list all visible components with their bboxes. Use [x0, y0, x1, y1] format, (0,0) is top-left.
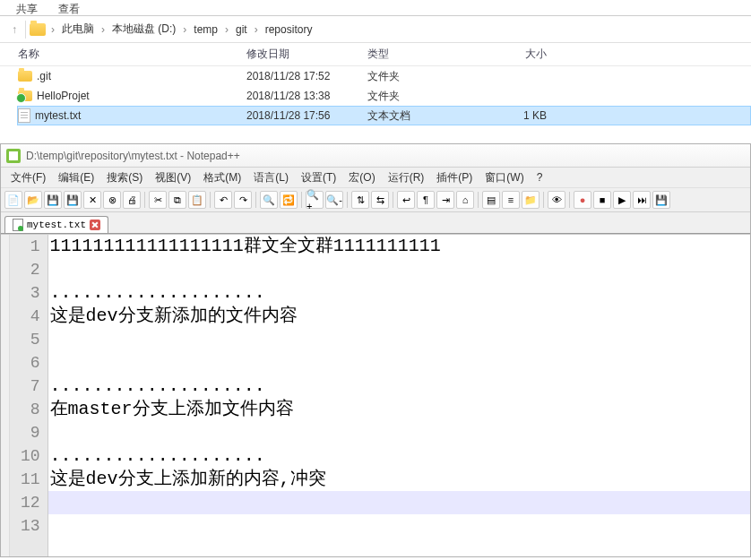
- code-line[interactable]: 111111111111111111群文全文群1111111111: [48, 235, 750, 258]
- line-number: 6: [21, 351, 40, 375]
- file-icon: [13, 219, 23, 231]
- line-number: 12: [21, 491, 40, 514]
- menu-item[interactable]: 文件(F): [4, 168, 52, 187]
- chevron-right-icon[interactable]: ›: [181, 23, 188, 36]
- sync-v-icon[interactable]: ⇅: [351, 191, 369, 209]
- code-line[interactable]: 这是dev分支新添加的文件内容: [48, 305, 750, 328]
- col-type[interactable]: 类型: [367, 47, 475, 62]
- line-number: 9: [21, 421, 40, 444]
- col-name[interactable]: 名称: [18, 47, 246, 62]
- nav-sep: [25, 21, 26, 39]
- close-tab-icon[interactable]: [90, 220, 100, 230]
- code-line[interactable]: [48, 421, 750, 444]
- breadcrumb-item[interactable]: git: [230, 20, 253, 39]
- copy-icon[interactable]: ⧉: [168, 191, 186, 209]
- save-macro-icon[interactable]: 💾: [652, 191, 670, 209]
- find-icon[interactable]: 🔍: [260, 191, 278, 209]
- menu-item[interactable]: 搜索(S): [100, 168, 149, 187]
- col-size[interactable]: 大小: [475, 47, 547, 62]
- chars-icon[interactable]: ¶: [417, 191, 435, 209]
- code-line[interactable]: 在master分支上添加文件内容: [48, 398, 750, 421]
- wrap-icon[interactable]: ↩: [397, 191, 415, 209]
- file-row[interactable]: .git2018/11/28 17:52文件夹: [18, 66, 751, 86]
- chevron-right-icon[interactable]: ›: [49, 23, 56, 36]
- line-gutter[interactable]: 12345678910111213: [10, 235, 48, 556]
- breadcrumb-item[interactable]: temp: [188, 20, 223, 39]
- menu-item[interactable]: ?: [531, 169, 549, 185]
- tab-bar: mytest.txt: [1, 212, 750, 234]
- close-all-icon[interactable]: ⊗: [103, 191, 121, 209]
- menu-item[interactable]: 语言(L): [247, 168, 295, 187]
- fold-margin[interactable]: [1, 235, 10, 556]
- file-tab[interactable]: mytest.txt: [4, 216, 108, 233]
- zoom-in-icon[interactable]: 🔍+: [306, 191, 324, 209]
- title-bar[interactable]: D:\temp\git\repository\mytest.txt - Note…: [1, 144, 750, 168]
- monitor-icon[interactable]: 👁: [548, 191, 565, 209]
- menu-item[interactable]: 窗口(W): [479, 168, 530, 187]
- lang-icon[interactable]: ⌂: [456, 191, 474, 209]
- code-line[interactable]: ....................: [48, 281, 750, 305]
- new-icon[interactable]: 📄: [4, 191, 22, 209]
- code-line[interactable]: ....................: [48, 375, 750, 398]
- file-date: 2018/11/28 17:52: [246, 70, 367, 82]
- menu-item[interactable]: 宏(O): [342, 168, 381, 187]
- line-number: 7: [21, 375, 40, 398]
- breadcrumb-item[interactable]: 本地磁盘 (D:): [107, 18, 181, 40]
- file-row[interactable]: mytest.txt2018/11/28 17:56文本文档1 KB: [17, 106, 751, 125]
- chevron-right-icon[interactable]: ›: [99, 23, 107, 36]
- menu-item[interactable]: 设置(T): [295, 168, 342, 187]
- folder-icon[interactable]: 📁: [522, 191, 540, 209]
- toolbar-separator: [543, 192, 544, 208]
- cut-icon[interactable]: ✂: [149, 191, 167, 209]
- save-icon[interactable]: 💾: [44, 191, 62, 209]
- save-all-icon[interactable]: 💾: [64, 191, 82, 209]
- text-file-icon: [18, 108, 30, 123]
- menu-item[interactable]: 视图(V): [149, 168, 197, 187]
- play-icon[interactable]: ▶: [613, 191, 631, 209]
- print-icon[interactable]: 🖨: [123, 191, 141, 209]
- play-multi-icon[interactable]: ⏭: [633, 191, 651, 209]
- stop-icon[interactable]: ■: [593, 191, 611, 209]
- breadcrumb-item[interactable]: repository: [260, 20, 318, 39]
- sync-h-icon[interactable]: ⇆: [371, 191, 389, 209]
- app-icon: [6, 149, 21, 163]
- close-icon[interactable]: ✕: [83, 191, 101, 209]
- line-number: 1: [21, 235, 40, 258]
- code-line[interactable]: 这是dev分支上添加新的内容,冲突: [48, 468, 750, 491]
- chevron-right-icon[interactable]: ›: [253, 23, 260, 36]
- chevron-right-icon[interactable]: ›: [223, 23, 230, 36]
- code-line[interactable]: [48, 514, 750, 538]
- doc-map-icon[interactable]: ▤: [482, 191, 500, 209]
- toolbar-separator: [210, 192, 211, 208]
- menu-item[interactable]: 编辑(E): [52, 168, 100, 187]
- file-name: HelloProjet: [37, 90, 90, 102]
- func-list-icon[interactable]: ≡: [502, 191, 520, 209]
- drive-icon[interactable]: [30, 23, 46, 36]
- code-line[interactable]: [48, 491, 750, 514]
- toolbar-separator: [144, 192, 145, 208]
- menu-item[interactable]: 运行(R): [382, 168, 431, 187]
- nav-up-icon[interactable]: ↑: [4, 19, 25, 40]
- code-line[interactable]: [48, 328, 750, 351]
- open-icon[interactable]: 📂: [24, 191, 42, 209]
- menu-item[interactable]: 插件(P): [430, 168, 479, 187]
- code-line[interactable]: [48, 258, 750, 281]
- undo-icon[interactable]: ↶: [214, 191, 232, 209]
- record-icon[interactable]: ●: [574, 191, 591, 209]
- code-area[interactable]: 111111111111111111群文全文群1111111111.......…: [48, 235, 750, 556]
- file-row[interactable]: HelloProjet2018/11/28 13:38文件夹: [18, 86, 751, 106]
- paste-icon[interactable]: 📋: [188, 191, 206, 209]
- code-line[interactable]: ....................: [48, 444, 750, 468]
- redo-icon[interactable]: ↷: [234, 191, 252, 209]
- folder-icon: [18, 71, 32, 82]
- breadcrumb-item[interactable]: 此电脑: [56, 18, 99, 40]
- col-date[interactable]: 修改日期: [246, 47, 367, 62]
- ribbon-tab-share[interactable]: 共享: [7, 0, 47, 19]
- code-line[interactable]: [48, 351, 750, 375]
- zoom-out-icon[interactable]: 🔍-: [325, 191, 343, 209]
- indent-icon[interactable]: ⇥: [436, 191, 454, 209]
- menu-item[interactable]: 格式(M): [197, 168, 247, 187]
- replace-icon[interactable]: 🔁: [280, 191, 298, 209]
- window-title: D:\temp\git\repository\mytest.txt - Note…: [26, 150, 240, 162]
- ribbon-tab-view[interactable]: 查看: [49, 0, 89, 19]
